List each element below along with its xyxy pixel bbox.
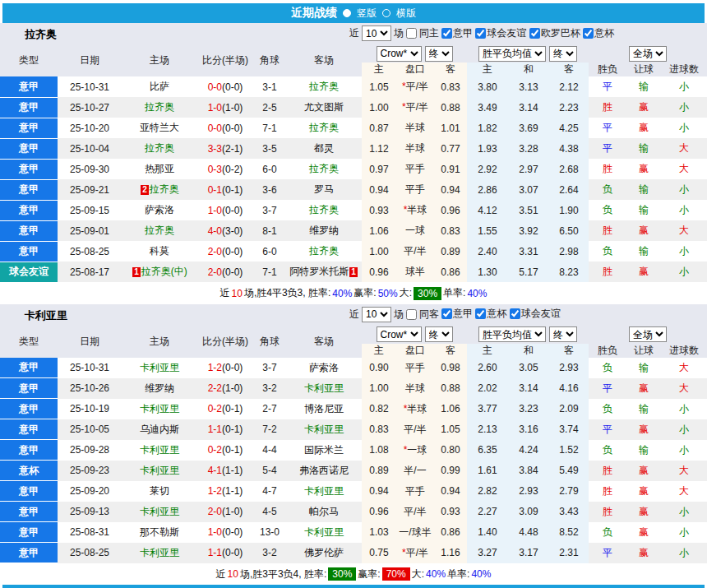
result-handicap: 输 xyxy=(639,81,649,92)
odds-final-select[interactable]: 终 xyxy=(425,46,453,62)
home-team-link[interactable]: 那不勒斯 xyxy=(140,526,179,538)
home-team-link[interactable]: 卡利亚里 xyxy=(140,362,179,373)
home-team-link[interactable]: 卡利亚里 xyxy=(140,465,179,476)
home-team-link[interactable]: 卡利亚里 xyxy=(140,444,179,456)
league-label: 意杯 xyxy=(594,26,614,40)
avg-away: 4.25 xyxy=(549,118,589,138)
home-team-link[interactable]: 亚特兰大 xyxy=(140,122,179,133)
vertical-radio[interactable] xyxy=(343,9,351,17)
league-checkbox[interactable] xyxy=(510,308,520,319)
away-team-link[interactable]: 萨索洛 xyxy=(309,362,339,373)
home-team-link[interactable]: 拉齐奥 xyxy=(145,101,174,113)
away-team-link[interactable]: 卡利亚里 xyxy=(304,424,344,435)
avg-home: 1.40 xyxy=(467,522,508,543)
away-team-link[interactable]: 拉齐奥 xyxy=(309,245,339,257)
fulltime-score: 4-0 xyxy=(208,225,222,237)
league-checkbox[interactable] xyxy=(475,28,486,39)
summary-segment: 10 xyxy=(228,568,238,580)
fulltime-score: 2-2 xyxy=(208,382,222,394)
match-type: 意甲 xyxy=(0,220,58,241)
away-team-link[interactable]: 卡利亚里 xyxy=(304,526,344,538)
away-team-link[interactable]: 尤文图斯 xyxy=(304,101,344,113)
away-team-link[interactable]: 卡利亚里 xyxy=(304,485,344,497)
horizontal-radio-label[interactable]: 横版 xyxy=(396,7,416,21)
odds-home: 0.90 xyxy=(362,358,396,378)
match-type: 意甲 xyxy=(0,241,58,262)
away-team-link[interactable]: 卡利亚里 xyxy=(304,382,344,394)
away-team-link[interactable]: 弗洛西诺尼 xyxy=(299,465,349,476)
halftime-score: (0-0) xyxy=(222,123,243,134)
match-count-select[interactable]: 10 xyxy=(362,25,391,41)
away-team-cell: 博洛尼亚 xyxy=(286,399,362,419)
match-date: 25-10-26 xyxy=(58,378,122,399)
avg-final-select[interactable]: 终 xyxy=(549,46,577,62)
handicap-cell: 一球 xyxy=(396,220,434,241)
match-date: 25-10-04 xyxy=(58,138,122,159)
home-team-link[interactable]: 拉齐奥 xyxy=(150,183,179,195)
away-team-link[interactable]: 拉齐奥 xyxy=(309,122,339,133)
league-checkbox[interactable] xyxy=(529,28,540,39)
avg-away: 2.79 xyxy=(549,481,589,502)
home-team-link[interactable]: 乌迪内斯 xyxy=(140,424,179,435)
avg-source-select[interactable]: 胜平负均值 xyxy=(478,326,546,342)
league-checkbox[interactable] xyxy=(441,28,452,39)
away-team-cell: 卡利亚里 xyxy=(286,419,362,440)
away-team-link[interactable]: 拉齐奥 xyxy=(309,204,339,215)
result-wdl: 胜 xyxy=(603,225,612,236)
home-team-link[interactable]: 莱切 xyxy=(150,485,169,497)
col-odds-away: 客 xyxy=(434,63,467,76)
away-team-link[interactable]: 帕尔马 xyxy=(309,506,339,517)
league-checkbox[interactable] xyxy=(441,308,452,319)
odds-final-select[interactable]: 终 xyxy=(425,326,453,342)
away-team-cell: 维罗纳 xyxy=(286,220,362,241)
home-team-link[interactable]: 科莫 xyxy=(150,245,169,257)
table-row: 意甲 25-09-30 热那亚 0-3(0-2) 6-0 拉齐奥 0.97 平手… xyxy=(0,159,707,179)
odds-source-select[interactable]: Crow* xyxy=(377,46,422,62)
col-goals: 进球数 xyxy=(661,63,707,76)
match-date: 25-09-01 xyxy=(58,220,122,241)
away-team-link[interactable]: 拉齐奥 xyxy=(309,81,339,92)
avg-away: 1.52 xyxy=(549,440,589,461)
home-team-link[interactable]: 卡利亚里 xyxy=(140,547,179,558)
same-side-checkbox[interactable] xyxy=(406,309,417,320)
home-team-link[interactable]: 拉齐奥 xyxy=(145,225,174,236)
avg-source-select[interactable]: 胜平负均值 xyxy=(478,46,546,62)
home-team-link[interactable]: 热那亚 xyxy=(145,163,174,174)
result-wdl-cell: 平 xyxy=(589,138,626,159)
match-count-select[interactable]: 10 xyxy=(362,307,391,322)
halftime-score: (0-0) xyxy=(222,526,243,538)
col-type: 类型 xyxy=(0,44,58,76)
away-team-link[interactable]: 国际米兰 xyxy=(304,444,344,456)
result-goals-cell: 小 xyxy=(661,97,707,118)
away-team-link[interactable]: 都灵 xyxy=(314,142,334,154)
odds-source-select[interactable]: Crow* xyxy=(377,326,422,342)
home-team-link[interactable]: 维罗纳 xyxy=(145,382,174,394)
result-handicap-cell: 赢 xyxy=(626,262,661,282)
handicap-text: 平/半 xyxy=(404,424,426,435)
scope-select[interactable]: 全场 xyxy=(629,46,667,62)
vertical-radio-label[interactable]: 竖版 xyxy=(357,7,377,21)
scope-select[interactable]: 全场 xyxy=(629,326,667,342)
table-row: 意甲 25-10-31 比萨 0-0(0-0) 3-1 拉齐奥 1.05 *平/… xyxy=(0,76,707,97)
home-team-link[interactable]: 拉齐奥(中) xyxy=(141,266,187,277)
team1-name: 拉齐奥 xyxy=(25,27,57,42)
home-team-link[interactable]: 卡利亚里 xyxy=(140,506,179,517)
home-team-link[interactable]: 比萨 xyxy=(150,81,169,92)
home-team-link[interactable]: 卡利亚里 xyxy=(140,403,179,414)
col-avg-draw: 和 xyxy=(508,344,549,358)
away-team-link[interactable]: 佛罗伦萨 xyxy=(304,547,344,558)
col-home: 主场 xyxy=(122,44,197,76)
same-side-checkbox[interactable] xyxy=(406,28,417,39)
avg-final-select[interactable]: 终 xyxy=(549,326,577,342)
league-checkbox[interactable] xyxy=(475,308,486,319)
away-team-link[interactable]: 拉齐奥 xyxy=(309,163,339,174)
horizontal-radio[interactable] xyxy=(382,9,390,17)
away-team-link[interactable]: 博洛尼亚 xyxy=(304,403,344,414)
away-team-link[interactable]: 罗马 xyxy=(314,183,334,195)
away-team-link[interactable]: 阿特罗米托斯 xyxy=(289,266,349,277)
league-checkbox[interactable] xyxy=(583,28,594,39)
home-team-link[interactable]: 拉齐奥 xyxy=(145,142,174,154)
home-team-cell: 卡利亚里 xyxy=(122,358,197,378)
home-team-link[interactable]: 萨索洛 xyxy=(145,204,174,215)
away-team-link[interactable]: 维罗纳 xyxy=(309,225,339,236)
